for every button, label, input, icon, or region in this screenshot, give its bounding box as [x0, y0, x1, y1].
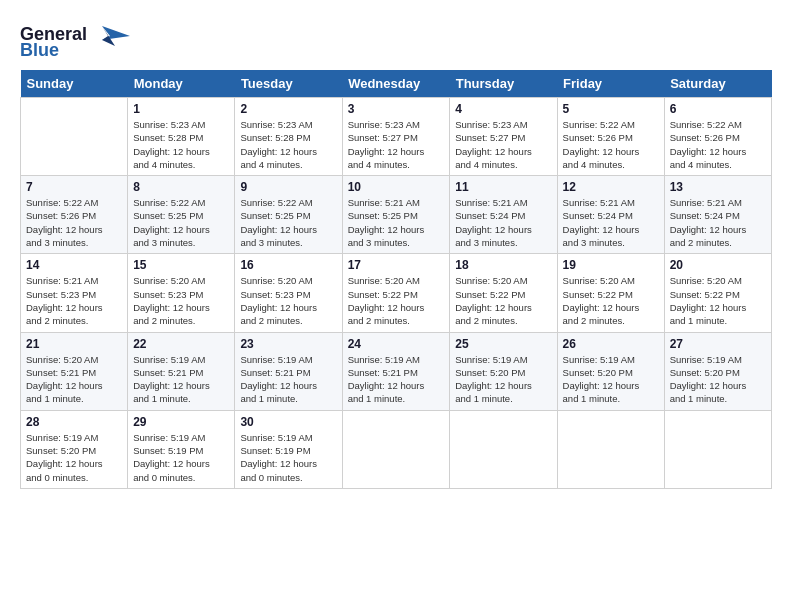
day-info: Sunrise: 5:19 AM Sunset: 5:21 PM Dayligh… — [133, 353, 229, 406]
day-info: Sunrise: 5:20 AM Sunset: 5:23 PM Dayligh… — [133, 274, 229, 327]
calendar-cell: 4Sunrise: 5:23 AM Sunset: 5:27 PM Daylig… — [450, 98, 557, 176]
day-info: Sunrise: 5:22 AM Sunset: 5:26 PM Dayligh… — [563, 118, 659, 171]
calendar-cell: 2Sunrise: 5:23 AM Sunset: 5:28 PM Daylig… — [235, 98, 342, 176]
day-info: Sunrise: 5:23 AM Sunset: 5:27 PM Dayligh… — [348, 118, 445, 171]
day-info: Sunrise: 5:20 AM Sunset: 5:21 PM Dayligh… — [26, 353, 122, 406]
day-number: 24 — [348, 337, 445, 351]
calendar-cell: 14Sunrise: 5:21 AM Sunset: 5:23 PM Dayli… — [21, 254, 128, 332]
day-number: 21 — [26, 337, 122, 351]
day-number: 2 — [240, 102, 336, 116]
calendar-cell: 11Sunrise: 5:21 AM Sunset: 5:24 PM Dayli… — [450, 176, 557, 254]
calendar-cell: 10Sunrise: 5:21 AM Sunset: 5:25 PM Dayli… — [342, 176, 450, 254]
day-info: Sunrise: 5:20 AM Sunset: 5:23 PM Dayligh… — [240, 274, 336, 327]
day-number: 20 — [670, 258, 766, 272]
day-info: Sunrise: 5:19 AM Sunset: 5:19 PM Dayligh… — [133, 431, 229, 484]
day-info: Sunrise: 5:22 AM Sunset: 5:25 PM Dayligh… — [133, 196, 229, 249]
calendar-cell: 21Sunrise: 5:20 AM Sunset: 5:21 PM Dayli… — [21, 332, 128, 410]
calendar-header-cell: Monday — [128, 70, 235, 98]
day-number: 30 — [240, 415, 336, 429]
calendar-week-row: 1Sunrise: 5:23 AM Sunset: 5:28 PM Daylig… — [21, 98, 772, 176]
day-info: Sunrise: 5:20 AM Sunset: 5:22 PM Dayligh… — [348, 274, 445, 327]
header: General Blue — [20, 18, 772, 64]
logo: General Blue — [20, 18, 130, 64]
day-info: Sunrise: 5:19 AM Sunset: 5:20 PM Dayligh… — [26, 431, 122, 484]
calendar-cell: 24Sunrise: 5:19 AM Sunset: 5:21 PM Dayli… — [342, 332, 450, 410]
day-number: 19 — [563, 258, 659, 272]
calendar-header-cell: Friday — [557, 70, 664, 98]
calendar-cell: 12Sunrise: 5:21 AM Sunset: 5:24 PM Dayli… — [557, 176, 664, 254]
day-number: 25 — [455, 337, 551, 351]
day-number: 15 — [133, 258, 229, 272]
calendar-cell: 30Sunrise: 5:19 AM Sunset: 5:19 PM Dayli… — [235, 410, 342, 488]
day-number: 22 — [133, 337, 229, 351]
calendar-cell — [664, 410, 771, 488]
calendar-cell: 18Sunrise: 5:20 AM Sunset: 5:22 PM Dayli… — [450, 254, 557, 332]
day-info: Sunrise: 5:21 AM Sunset: 5:25 PM Dayligh… — [348, 196, 445, 249]
calendar-header-cell: Saturday — [664, 70, 771, 98]
day-info: Sunrise: 5:23 AM Sunset: 5:28 PM Dayligh… — [240, 118, 336, 171]
day-info: Sunrise: 5:21 AM Sunset: 5:24 PM Dayligh… — [563, 196, 659, 249]
day-info: Sunrise: 5:19 AM Sunset: 5:20 PM Dayligh… — [455, 353, 551, 406]
page-container: General Blue SundayMondayTuesdayWednesda… — [0, 0, 792, 499]
day-number: 28 — [26, 415, 122, 429]
day-info: Sunrise: 5:22 AM Sunset: 5:26 PM Dayligh… — [670, 118, 766, 171]
day-info: Sunrise: 5:19 AM Sunset: 5:20 PM Dayligh… — [670, 353, 766, 406]
calendar-cell: 20Sunrise: 5:20 AM Sunset: 5:22 PM Dayli… — [664, 254, 771, 332]
day-number: 3 — [348, 102, 445, 116]
calendar-week-row: 14Sunrise: 5:21 AM Sunset: 5:23 PM Dayli… — [21, 254, 772, 332]
calendar-cell: 27Sunrise: 5:19 AM Sunset: 5:20 PM Dayli… — [664, 332, 771, 410]
day-info: Sunrise: 5:20 AM Sunset: 5:22 PM Dayligh… — [563, 274, 659, 327]
calendar-cell: 25Sunrise: 5:19 AM Sunset: 5:20 PM Dayli… — [450, 332, 557, 410]
day-number: 13 — [670, 180, 766, 194]
day-info: Sunrise: 5:19 AM Sunset: 5:21 PM Dayligh… — [348, 353, 445, 406]
day-number: 29 — [133, 415, 229, 429]
calendar-cell: 15Sunrise: 5:20 AM Sunset: 5:23 PM Dayli… — [128, 254, 235, 332]
day-number: 9 — [240, 180, 336, 194]
day-number: 12 — [563, 180, 659, 194]
calendar-header-cell: Tuesday — [235, 70, 342, 98]
day-info: Sunrise: 5:20 AM Sunset: 5:22 PM Dayligh… — [670, 274, 766, 327]
calendar-cell: 3Sunrise: 5:23 AM Sunset: 5:27 PM Daylig… — [342, 98, 450, 176]
calendar-cell — [557, 410, 664, 488]
day-number: 14 — [26, 258, 122, 272]
day-info: Sunrise: 5:21 AM Sunset: 5:24 PM Dayligh… — [455, 196, 551, 249]
calendar-week-row: 28Sunrise: 5:19 AM Sunset: 5:20 PM Dayli… — [21, 410, 772, 488]
svg-text:Blue: Blue — [20, 40, 59, 60]
day-number: 4 — [455, 102, 551, 116]
calendar-table: SundayMondayTuesdayWednesdayThursdayFrid… — [20, 70, 772, 489]
calendar-cell: 28Sunrise: 5:19 AM Sunset: 5:20 PM Dayli… — [21, 410, 128, 488]
calendar-header-cell: Sunday — [21, 70, 128, 98]
day-number: 1 — [133, 102, 229, 116]
calendar-cell: 17Sunrise: 5:20 AM Sunset: 5:22 PM Dayli… — [342, 254, 450, 332]
logo-text: General Blue — [20, 18, 130, 64]
calendar-cell: 1Sunrise: 5:23 AM Sunset: 5:28 PM Daylig… — [128, 98, 235, 176]
day-info: Sunrise: 5:19 AM Sunset: 5:19 PM Dayligh… — [240, 431, 336, 484]
calendar-cell: 19Sunrise: 5:20 AM Sunset: 5:22 PM Dayli… — [557, 254, 664, 332]
day-info: Sunrise: 5:23 AM Sunset: 5:27 PM Dayligh… — [455, 118, 551, 171]
calendar-cell: 8Sunrise: 5:22 AM Sunset: 5:25 PM Daylig… — [128, 176, 235, 254]
calendar-cell — [450, 410, 557, 488]
day-number: 23 — [240, 337, 336, 351]
day-number: 26 — [563, 337, 659, 351]
day-number: 5 — [563, 102, 659, 116]
day-info: Sunrise: 5:19 AM Sunset: 5:21 PM Dayligh… — [240, 353, 336, 406]
day-number: 6 — [670, 102, 766, 116]
calendar-week-row: 21Sunrise: 5:20 AM Sunset: 5:21 PM Dayli… — [21, 332, 772, 410]
day-number: 8 — [133, 180, 229, 194]
calendar-cell: 16Sunrise: 5:20 AM Sunset: 5:23 PM Dayli… — [235, 254, 342, 332]
day-number: 10 — [348, 180, 445, 194]
day-info: Sunrise: 5:22 AM Sunset: 5:26 PM Dayligh… — [26, 196, 122, 249]
calendar-header-row: SundayMondayTuesdayWednesdayThursdayFrid… — [21, 70, 772, 98]
calendar-cell: 13Sunrise: 5:21 AM Sunset: 5:24 PM Dayli… — [664, 176, 771, 254]
calendar-cell: 26Sunrise: 5:19 AM Sunset: 5:20 PM Dayli… — [557, 332, 664, 410]
day-info: Sunrise: 5:23 AM Sunset: 5:28 PM Dayligh… — [133, 118, 229, 171]
calendar-cell: 9Sunrise: 5:22 AM Sunset: 5:25 PM Daylig… — [235, 176, 342, 254]
calendar-header-cell: Thursday — [450, 70, 557, 98]
day-number: 7 — [26, 180, 122, 194]
day-number: 18 — [455, 258, 551, 272]
day-info: Sunrise: 5:22 AM Sunset: 5:25 PM Dayligh… — [240, 196, 336, 249]
day-info: Sunrise: 5:21 AM Sunset: 5:24 PM Dayligh… — [670, 196, 766, 249]
day-number: 11 — [455, 180, 551, 194]
calendar-header-cell: Wednesday — [342, 70, 450, 98]
calendar-week-row: 7Sunrise: 5:22 AM Sunset: 5:26 PM Daylig… — [21, 176, 772, 254]
